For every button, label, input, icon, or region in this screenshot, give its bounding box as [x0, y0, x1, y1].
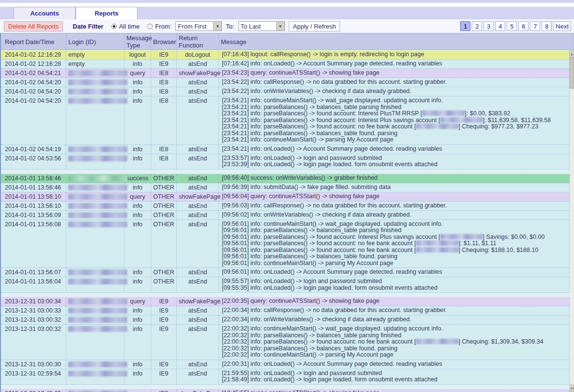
redacted-text	[68, 146, 127, 152]
scrollbar-thumb[interactable]	[570, 58, 574, 89]
redacted-text	[416, 240, 459, 246]
dropdown-arrow-icon[interactable]: ▼	[213, 22, 221, 31]
log-line: [09:56:01] info: parseBalances() -> foun…	[222, 234, 567, 241]
cell-report-datetime: 2014-01-02 04:54:20	[1, 96, 66, 144]
page-button-6[interactable]: 6	[518, 21, 528, 31]
table-row[interactable]: 2014-01-01 13:56:08infoOTHERatsEnd[09:56…	[1, 220, 570, 268]
cell-message-type: query	[124, 297, 151, 306]
cell-message: [22:00:31] info: onLoaded() -> Account S…	[219, 360, 570, 369]
redacted-text	[68, 361, 127, 367]
cell-login-id	[66, 96, 124, 144]
scroll-up-icon[interactable]: ▲	[570, 50, 574, 58]
all-time-radio[interactable]: All time	[111, 23, 140, 30]
table-row[interactable]: 2014-01-02 04:54:19infoIE8atsEnd[23:54:2…	[1, 145, 570, 154]
delete-all-reports-button[interactable]: Delete All Reports	[4, 21, 63, 31]
redacted-text	[68, 269, 127, 275]
tab-reports[interactable]: Reports	[76, 7, 138, 19]
reports-table: Report Date/Time Login (ID) Message Type…	[0, 33, 574, 392]
table-row[interactable]: 2014-01-01 13:56:46successOTHERatsEnd[09…	[1, 174, 570, 183]
vertical-scrollbar[interactable]: ▲ ▼	[570, 50, 574, 392]
log-line: [09:56:01] info: parseBalances() -> bala…	[222, 253, 567, 260]
column-header-browser[interactable]: Browser	[151, 33, 177, 50]
table-row[interactable]: 2013-12-31 03:00:30infoIE9atsEnd[22:00:3…	[1, 360, 570, 369]
cell-message: [22:00:32] info: continueMainStart() -> …	[219, 325, 570, 360]
column-header-date[interactable]: Report Date/Time	[1, 33, 66, 50]
page-button-3[interactable]: 3	[483, 21, 494, 31]
cell-message: [09:56:02] info: onWriteVariables() -> c…	[219, 211, 570, 220]
table-row[interactable]: 2013-12-31 03:00:34queryIE9showFakePage[…	[1, 297, 570, 306]
log-line: [22:00:34] info: onWriteVariables() -> c…	[222, 316, 567, 323]
table-row[interactable]: 2014-01-01 13:56:09infoOTHERatsEnd[09:56…	[1, 211, 570, 220]
radio-unselected-icon[interactable]	[147, 24, 153, 29]
to-select[interactable]: To Last ▼	[238, 21, 285, 31]
cell-return-function: atsEnd	[177, 315, 219, 324]
page-button-1[interactable]: 1	[460, 21, 470, 31]
page-button-2[interactable]: 2	[472, 21, 482, 31]
cell-message-type: query	[124, 69, 151, 78]
column-header-login[interactable]: Login (ID)	[66, 33, 124, 50]
cell-browser: IE8	[151, 145, 177, 154]
from-radio[interactable]: From:	[147, 23, 171, 30]
cell-return-function: atsEnd	[177, 306, 219, 315]
cell-login-id	[66, 315, 124, 324]
table-row[interactable]: 2014-01-01 13:56:46infoOTHERatsEnd[09:56…	[1, 183, 570, 192]
table-row[interactable]: 2014-01-02 04:53:56infoIE8atsEnd[23:53:5…	[1, 154, 570, 170]
dropdown-arrow-icon[interactable]: ▼	[276, 22, 284, 31]
log-line: [23:54:21] info: parseBalances() -> foun…	[222, 110, 567, 117]
page-button-8[interactable]: 8	[542, 21, 552, 31]
redacted-text	[68, 203, 127, 209]
table-row[interactable]: 2013-12-28 17:45:25queryIE9showFakePage[…	[1, 389, 570, 392]
column-header-message[interactable]: Message	[219, 33, 574, 50]
table-row[interactable]: 2013-12-31 03:00:32infoIE9atsEnd[22:00:3…	[1, 315, 570, 325]
log-line: [09:56:01] info: parseBalances() -> bala…	[222, 227, 567, 234]
log-line: [22:00:32] info: continueMainStart() -> …	[222, 352, 567, 359]
next-page-button[interactable]: Next	[553, 21, 571, 31]
page-button-7[interactable]: 7	[530, 21, 540, 31]
tab-accounts[interactable]: Accounts	[14, 7, 76, 19]
table-row[interactable]: 2014-01-01 13:56:07infoOTHERatsEnd[09:56…	[1, 268, 570, 277]
cell-login-id	[66, 202, 124, 210]
table-row[interactable]: 2014-01-02 12:16:29emptylogoutIE9doLogou…	[1, 50, 570, 60]
cell-message-type: info	[124, 268, 151, 277]
to-label: To:	[226, 23, 234, 30]
table-row[interactable]: 2014-01-02 12:16:28emptyinfoIE9atsEnd[07…	[1, 60, 570, 69]
table-row[interactable]: 2013-12-31 03:00:33infoIE9atsEnd[22:00:3…	[1, 306, 570, 315]
cell-browser: IE9	[151, 60, 177, 68]
apply-refresh-button[interactable]: Apply / Refresh	[289, 21, 341, 31]
cell-report-datetime: 2013-12-31 02:59:54	[1, 369, 66, 384]
table-row[interactable]: 2013-12-31 02:59:54infoIE9atsEnd[21:59:5…	[1, 369, 570, 385]
table-row[interactable]: 2013-12-31 03:00:32infoIE9atsEnd[22:00:3…	[1, 325, 570, 360]
log-line: [09:56:01] info: parseBalances() -> foun…	[222, 247, 567, 254]
cell-return-function: atsEnd	[177, 360, 219, 369]
scroll-down-icon[interactable]: ▼	[570, 385, 574, 392]
log-line: [22:00:34] info: callResponse() -> no da…	[222, 307, 567, 314]
from-select[interactable]: From First ▼	[175, 21, 222, 31]
page-button-5[interactable]: 5	[507, 21, 517, 31]
cell-message-type: info	[124, 360, 151, 369]
table-row[interactable]: 2014-01-01 13:56:10infoOTHERatsEnd[09:56…	[1, 202, 570, 211]
cell-return-function: atsEnd	[177, 369, 219, 384]
page-button-4[interactable]: 4	[495, 21, 505, 31]
cell-browser: IE8	[151, 154, 177, 169]
cell-return-function: atsEnd	[177, 60, 219, 68]
cell-message: [21:59:55] info: onLoaded() -> login and…	[219, 369, 570, 384]
from-select-value: From First	[176, 23, 213, 30]
date-group-separator	[1, 293, 570, 297]
table-row[interactable]: 2014-01-01 13:56:10queryOTHERshowFakePag…	[1, 192, 570, 202]
radio-selected-icon[interactable]	[111, 24, 117, 29]
cell-message-type: info	[124, 325, 151, 360]
cell-report-datetime: 2014-01-02 04:54:20	[1, 87, 66, 96]
redacted-text	[68, 221, 127, 227]
redacted-text	[416, 247, 459, 252]
cell-message-type: info	[124, 315, 151, 324]
table-row[interactable]: 2014-01-02 04:54:20infoIE8atsEnd[23:54:2…	[1, 78, 570, 87]
column-header-return-function[interactable]: Return Function	[177, 33, 219, 50]
table-row[interactable]: 2014-01-02 04:54:21queryIE8showFakePage[…	[1, 69, 570, 78]
cell-return-function: atsEnd	[177, 202, 219, 210]
table-row[interactable]: 2014-01-01 13:56:04infoOTHERatsEnd[09:55…	[1, 277, 570, 293]
cell-report-datetime: 2014-01-02 12:16:28	[1, 60, 66, 68]
table-row[interactable]: 2014-01-02 04:54:20infoIE8atsEnd[23:54:2…	[1, 87, 570, 96]
cell-return-function: showFakePage	[177, 69, 219, 78]
table-row[interactable]: 2014-01-02 04:54:20infoIE8atsEnd[23:54:2…	[1, 96, 570, 145]
column-header-message-type[interactable]: Message Type	[124, 33, 151, 50]
